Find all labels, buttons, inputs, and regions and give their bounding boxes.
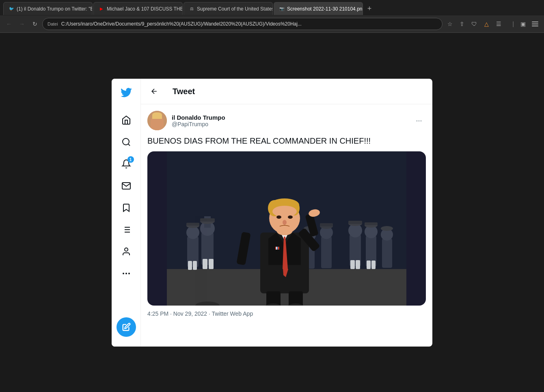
- address-bar[interactable]: Datei C:/Users/inaro/OneDrive/Documents/…: [42, 18, 443, 30]
- tweet-author-row: il Donaldo Trumpo @PapiTrumpo ···: [147, 111, 426, 130]
- svg-point-39: [381, 226, 393, 231]
- browser-chrome: 🐦 (1) il Donaldo Trumpo on Twitter: "BU.…: [0, 0, 544, 33]
- compose-button[interactable]: [117, 317, 136, 337]
- svg-point-16: [153, 114, 161, 118]
- tab-youtube-favicon: ▶: [99, 6, 104, 12]
- svg-point-9: [126, 273, 127, 274]
- toolbar-right: ☆ ⇧ 🛡 △ ☰ ⎹ ▣: [444, 18, 541, 30]
- tab-youtube[interactable]: ▶ Michael Jaco & 107 DISCUSS THE Su... ✕: [93, 2, 183, 15]
- sidebar-item-messages[interactable]: [117, 177, 136, 195]
- new-tab-button[interactable]: +: [364, 3, 375, 14]
- sidebar-item-notifications[interactable]: 1: [117, 155, 136, 173]
- tweet-more-button[interactable]: ···: [412, 114, 426, 127]
- avatar[interactable]: [147, 111, 167, 130]
- tab-screenshot-label: Screenshot 2022-11-30 210104.pn...: [287, 6, 363, 12]
- sidebar-item-profile[interactable]: [117, 242, 136, 261]
- svg-rect-54: [371, 261, 376, 269]
- svg-point-13: [147, 111, 167, 130]
- sidebar-item-lists[interactable]: [117, 220, 136, 239]
- svg-point-10: [129, 273, 130, 274]
- tweet-header: Tweet: [141, 79, 432, 104]
- tweet-image-svg: [147, 151, 426, 306]
- tab-screenshot-favicon: 📷: [279, 6, 285, 12]
- svg-point-15: [153, 115, 161, 123]
- tweet-image: [147, 151, 426, 306]
- tab-scotus[interactable]: ⚖ Supreme Court of the United States ✕: [183, 2, 273, 15]
- tweet-timestamp: 4:25 PM · Nov 29, 2022 · Twitter Web App: [147, 310, 426, 317]
- svg-rect-48: [209, 259, 214, 269]
- svg-point-0: [123, 138, 129, 145]
- sidebar-toggle-button[interactable]: ⎹: [505, 18, 516, 30]
- tweet-author-info: il Donaldo Trumpo @PapiTrumpo: [147, 111, 225, 130]
- tab-scotus-favicon: ⚖: [189, 6, 194, 12]
- svg-rect-77: [266, 291, 281, 306]
- tab-bar: 🐦 (1) il Donaldo Trumpo on Twitter: "BU.…: [0, 0, 544, 15]
- forward-button[interactable]: →: [16, 18, 28, 30]
- tab-twitter-favicon: 🐦: [9, 6, 14, 12]
- svg-rect-63: [277, 247, 278, 250]
- notification-count: 1: [127, 156, 134, 163]
- sidebar-item-home[interactable]: [117, 111, 136, 129]
- tab-twitter-label: (1) il Donaldo Trumpo on Twitter: "BU...: [17, 6, 93, 12]
- brave-button[interactable]: △: [481, 18, 492, 30]
- author-handle: @PapiTrumpo: [172, 121, 225, 127]
- svg-rect-32: [348, 221, 362, 224]
- tab-search-button[interactable]: ☰: [493, 18, 504, 30]
- svg-rect-53: [367, 261, 371, 269]
- svg-rect-78: [289, 291, 303, 306]
- svg-rect-36: [365, 222, 378, 225]
- reload-button[interactable]: ↻: [29, 18, 41, 30]
- svg-rect-51: [350, 260, 355, 269]
- svg-rect-47: [203, 259, 207, 269]
- share-button[interactable]: ⇧: [456, 18, 468, 30]
- svg-rect-43: [320, 223, 333, 226]
- sidebar-item-search[interactable]: [117, 133, 136, 151]
- twitter-logo[interactable]: [117, 84, 135, 104]
- twitter-sidebar: 1: [112, 79, 141, 347]
- tab-screenshot[interactable]: 📷 Screenshot 2022-11-30 210104.pn... ✕: [274, 2, 363, 15]
- url-text: C:/Users/inaro/OneDrive/Documents/9_pers…: [61, 21, 437, 27]
- svg-rect-62: [276, 247, 277, 250]
- svg-point-70: [288, 215, 293, 219]
- tab-youtube-label: Michael Jaco & 107 DISCUSS THE Su...: [107, 6, 183, 12]
- hamburger-icon: [532, 22, 538, 26]
- bookmark-page-button[interactable]: ☆: [444, 18, 455, 30]
- svg-rect-24: [200, 218, 215, 222]
- tweet-header-title: Tweet: [173, 87, 195, 96]
- page-content: 1: [0, 33, 544, 392]
- tweet-text: BUENOS DIAS FROM THE REAL COMMANDER IN C…: [147, 135, 426, 146]
- tab-scotus-label: Supreme Court of the United States: [197, 6, 273, 12]
- tweet-main-content: Tweet: [141, 79, 432, 347]
- shield-button[interactable]: 🛡: [468, 18, 480, 30]
- sidebar-item-more[interactable]: [117, 264, 136, 283]
- author-details: il Donaldo Trumpo @PapiTrumpo: [172, 114, 225, 127]
- twitter-wrapper: 1: [112, 79, 432, 347]
- svg-rect-37: [382, 239, 392, 268]
- svg-rect-49: [188, 261, 192, 270]
- svg-point-11: [123, 273, 124, 274]
- svg-point-68: [272, 206, 297, 217]
- svg-rect-40: [321, 237, 332, 268]
- svg-point-8: [125, 248, 128, 251]
- back-button[interactable]: ←: [3, 18, 15, 30]
- author-name: il Donaldo Trumpo: [172, 114, 225, 121]
- menu-button[interactable]: [529, 18, 541, 30]
- svg-rect-50: [193, 261, 197, 270]
- sidebar-item-bookmarks[interactable]: [117, 198, 136, 217]
- svg-point-14: [151, 120, 163, 128]
- screenshot-button[interactable]: ▣: [517, 18, 529, 30]
- toolbar: ← → ↻ Datei C:/Users/inaro/OneDrive/Docu…: [0, 15, 544, 32]
- tweet-body: il Donaldo Trumpo @PapiTrumpo ··· BUENOS…: [141, 104, 432, 323]
- tab-twitter[interactable]: 🐦 (1) il Donaldo Trumpo on Twitter: "BU.…: [3, 2, 93, 15]
- svg-point-72: [276, 226, 293, 235]
- back-arrow-button[interactable]: [147, 84, 161, 98]
- svg-line-1: [128, 144, 130, 146]
- svg-point-69: [276, 215, 281, 219]
- svg-rect-52: [356, 260, 360, 269]
- protocol-label: Datei: [47, 22, 58, 26]
- svg-rect-28: [186, 223, 199, 226]
- svg-point-71: [283, 220, 287, 225]
